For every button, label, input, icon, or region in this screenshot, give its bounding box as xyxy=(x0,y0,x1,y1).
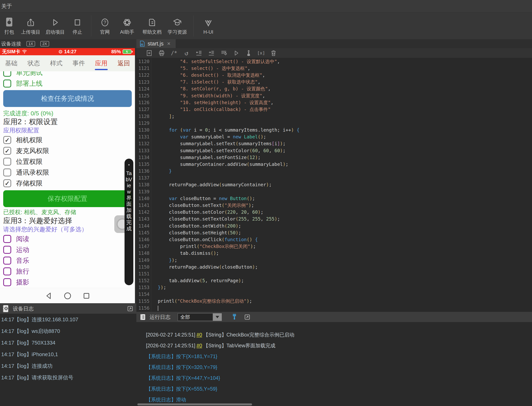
variables-icon[interactable]: [x] xyxy=(257,50,265,57)
run-log-expand-icon[interactable] xyxy=(244,314,251,320)
log-ref-link[interactable]: #0 xyxy=(195,332,203,338)
code-line: 1121 "5. select() - 选中复选框", xyxy=(136,65,532,72)
checkbox-row[interactable]: 位置权限 xyxy=(3,156,132,167)
new-file-icon[interactable] xyxy=(146,50,153,57)
checkbox-label: 位置权限 xyxy=(16,157,43,166)
checkbox-checked-icon[interactable]: ✓ xyxy=(3,147,11,155)
package-button[interactable]: 打包 xyxy=(0,13,18,39)
run-script-icon[interactable] xyxy=(232,50,240,57)
log-filter-dropdown[interactable]: 全部 xyxy=(178,313,222,321)
phone-tab[interactable]: 应用 xyxy=(90,55,112,71)
hui-button[interactable]: H-UI xyxy=(197,13,219,39)
nav-recent-icon[interactable] xyxy=(82,292,91,300)
official-site-button[interactable]: ? 官网 xyxy=(95,13,115,39)
checkbox-row[interactable]: 部署上线 xyxy=(3,78,132,89)
checkbox-unchecked-icon[interactable] xyxy=(3,235,11,243)
help-circle-icon: ? xyxy=(100,17,110,27)
toolbar-label: H-UI xyxy=(203,29,213,35)
checkbox-row[interactable]: 通讯录权限 xyxy=(3,167,132,178)
code-line: 1155printl("CheckBox完整综合示例已启动"); xyxy=(136,298,532,305)
toolbar-label: 帮助文档 xyxy=(142,29,162,35)
device-log-entry: 14:17【log】请求获取投屏信号 xyxy=(0,372,136,383)
horizontal-scrollbar[interactable] xyxy=(137,403,252,406)
checkbox-row[interactable]: 阅读 xyxy=(3,233,132,244)
device-connect-title: 设备连接 xyxy=(1,40,21,47)
checkbox-row[interactable]: ✓相机权限 xyxy=(3,135,132,145)
checkbox-checked-icon[interactable]: ✓ xyxy=(3,179,11,187)
checkbox-row[interactable]: ✓麦克风权限 xyxy=(3,145,132,156)
checkbox-row[interactable]: 旅行 xyxy=(3,266,132,277)
clear-trash-icon[interactable] xyxy=(270,50,277,57)
checkbox-unchecked-icon[interactable] xyxy=(3,246,11,254)
code-line: 1137 xyxy=(136,174,532,181)
checkbox-checked-icon[interactable]: ✓ xyxy=(3,136,11,144)
device-log-icon xyxy=(2,305,9,313)
phone-tab[interactable]: 状态 xyxy=(22,55,45,71)
log-ref-link[interactable]: #0 xyxy=(195,343,203,348)
code-line: 1147 printl("CheckBox示例已关闭"); xyxy=(136,243,532,250)
code-line: 1143 closeButton.setTextColor(255, 255, … xyxy=(136,216,532,222)
phone-mirror: 无SIM卡 ⊙ 14:27 85% 基础状态样式事件应用返回 单元测试部署上线 … xyxy=(0,48,135,303)
phone-tab[interactable]: 基础 xyxy=(0,55,22,71)
comment-icon[interactable]: /* xyxy=(171,50,178,57)
toolbar-separator xyxy=(194,15,194,36)
phone-tab[interactable]: 样式 xyxy=(45,55,67,71)
test-flask-icon[interactable] xyxy=(245,50,252,57)
checkbox-row[interactable]: 摄影 xyxy=(3,277,132,288)
start-project-button[interactable]: 启动项目 xyxy=(43,13,67,39)
device-log-expand-icon[interactable] xyxy=(127,305,134,312)
code-line: 1144 closeButton.setWidth(200); xyxy=(136,223,532,229)
clear-log-brush-icon[interactable] xyxy=(231,313,238,321)
menu-about[interactable]: 关于 xyxy=(0,3,12,10)
toolbar-label: 官网 xyxy=(100,29,110,35)
undo-icon[interactable]: ↺ xyxy=(183,50,190,57)
checkbox-label: 阅读 xyxy=(16,235,29,244)
help-docs-button[interactable]: 帮助文档 xyxy=(139,13,165,39)
checkbox-unchecked-icon[interactable] xyxy=(3,267,11,276)
checkbox-row[interactable]: 运动 xyxy=(3,244,132,255)
checkbox-row[interactable]: 单元测试 xyxy=(3,71,132,78)
record-indicator-icon: ⊙ xyxy=(59,49,63,54)
zoom-1x-button[interactable]: 1X xyxy=(26,41,35,46)
checkbox-unchecked-icon[interactable] xyxy=(3,71,11,77)
dropdown-arrow-icon[interactable] xyxy=(213,313,222,321)
phone-tab[interactable]: 事件 xyxy=(67,55,90,71)
checkbox-row[interactable]: 音乐 xyxy=(3,255,132,266)
line-number: 1154 xyxy=(136,292,151,297)
code-line: 1128 ]; xyxy=(136,113,532,120)
outdent-icon[interactable] xyxy=(195,50,202,57)
zoom-2x-button[interactable]: 2X xyxy=(40,41,49,46)
line-number: 1132 xyxy=(136,141,151,146)
ai-assistant-button[interactable]: AI助手 xyxy=(115,13,139,39)
learning-resources-button[interactable]: 学习资源 xyxy=(165,13,190,39)
line-number: 1148 xyxy=(136,251,151,256)
print-icon[interactable] xyxy=(158,50,165,57)
nav-back-icon[interactable] xyxy=(45,292,53,300)
upload-project-button[interactable]: 上传项目 xyxy=(18,13,43,39)
toolbar-label: 学习资源 xyxy=(168,29,187,35)
stop-button[interactable]: 停止 xyxy=(67,13,87,39)
checkbox-unchecked-icon[interactable] xyxy=(3,257,11,265)
code-line: 1154 xyxy=(136,291,532,298)
line-number: 1124 xyxy=(136,86,151,92)
code-editor[interactable]: 1120 "4. setDefultSelect() - 设置默认选中",112… xyxy=(136,58,532,312)
phone-tab[interactable]: 返回 xyxy=(112,55,135,71)
close-tab-icon[interactable]: × xyxy=(167,40,171,47)
checkbox-unchecked-icon[interactable] xyxy=(3,80,11,87)
format-code-icon[interactable] xyxy=(220,50,227,57)
openai-icon xyxy=(122,17,132,27)
checkbox-unchecked-icon[interactable] xyxy=(3,158,11,166)
editor-tab-startjs[interactable]: JS start.js × xyxy=(136,39,176,48)
nav-home-icon[interactable] xyxy=(63,292,72,300)
toast-overlay: TabView界面加载完成 xyxy=(125,159,133,285)
check-tasks-button[interactable]: 检查任务完成情况 xyxy=(3,90,132,107)
checkbox-unchecked-icon[interactable] xyxy=(3,278,11,286)
code-line: 1153}); xyxy=(136,284,532,291)
indent-icon[interactable] xyxy=(208,50,215,57)
code-line: 1129 xyxy=(136,120,532,127)
wifi-icon xyxy=(22,50,27,54)
checkbox-row[interactable]: ✓存储权限 xyxy=(3,178,132,189)
save-permissions-button[interactable]: 保存权限配置 xyxy=(3,190,132,207)
svg-text:?: ? xyxy=(104,20,106,25)
checkbox-unchecked-icon[interactable] xyxy=(3,168,11,176)
